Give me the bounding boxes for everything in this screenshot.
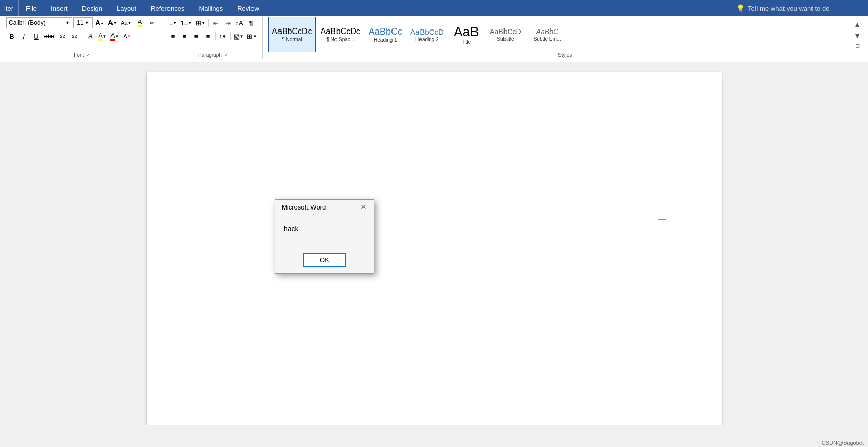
style-subtitle[interactable]: AaBbCcD Subtitle	[485, 17, 526, 52]
styles-more-button[interactable]: ⊟	[854, 42, 861, 50]
modal-message: hack	[284, 225, 299, 233]
format-painter-button[interactable]: ✏	[147, 17, 158, 28]
corner-mark	[658, 210, 666, 220]
modal-close-button[interactable]: ✕	[358, 203, 369, 211]
tab-design[interactable]: Insert	[44, 0, 75, 16]
modal-title: Microsoft Word	[282, 203, 326, 211]
font-color-button[interactable]: A ▼	[109, 31, 120, 42]
divider3	[215, 32, 216, 40]
decrease-font-button[interactable]: A▼	[106, 17, 118, 28]
font-group-label: Font ↗	[74, 52, 90, 59]
change-case-button[interactable]: Aa▼	[119, 17, 133, 28]
font-name-chevron-icon: ▼	[65, 20, 70, 25]
style-h1-preview: AaBbCc	[369, 27, 402, 36]
underline-button[interactable]: U	[31, 31, 42, 42]
style-subtitle-preview: AaBbCcD	[490, 28, 521, 35]
line-spacing-button[interactable]: ↕▼	[217, 31, 229, 42]
style-no-spacing[interactable]: AaBbCcDc ¶ No Spac...	[317, 17, 364, 52]
increase-font-button[interactable]: A▲	[94, 17, 105, 28]
modal-footer: OK	[275, 248, 374, 273]
lightbulb-icon: 💡	[736, 4, 745, 12]
superscript-button[interactable]: x2	[69, 31, 80, 42]
show-hide-button[interactable]: ¶	[245, 17, 257, 28]
numbering-button[interactable]: 1≡▼	[179, 17, 194, 28]
font-name-dropdown[interactable]: Calibri (Body) ▼	[6, 17, 72, 28]
tab-insert[interactable]: File	[19, 0, 44, 16]
style-nospace-preview: AaBbCcDc	[321, 27, 360, 36]
tab-references[interactable]: Layout	[109, 0, 144, 16]
left-label: iter	[2, 0, 19, 16]
sort-button[interactable]: ↕A	[234, 17, 245, 28]
style-subtitle-label: Subtitle	[497, 36, 514, 42]
document-page[interactable]	[147, 72, 722, 425]
style-normal-preview: AaBbCcDc	[272, 27, 312, 36]
status-bar: CSDN@Sugobet	[818, 439, 868, 447]
styles-group-label: Styles	[558, 52, 572, 59]
font-size-dropdown[interactable]: 11 ▼	[73, 17, 93, 28]
align-left-button[interactable]: ≡	[167, 31, 179, 42]
tab-mailings[interactable]: References	[144, 0, 191, 16]
tab-view[interactable]: Review	[230, 0, 266, 16]
align-right-button[interactable]: ≡	[191, 31, 202, 42]
document-area: Microsoft Word ✕ hack OK	[0, 62, 868, 425]
text-highlight-color-button[interactable]: A ▼	[97, 31, 108, 42]
style-subtleem-preview: AaBbC	[536, 28, 558, 35]
tab-layout[interactable]: Design	[75, 0, 109, 16]
style-normal[interactable]: AaBbCcDc ¶ Normal	[268, 17, 316, 52]
style-heading2[interactable]: AaBbCcD Heading 2	[407, 17, 447, 52]
styles-list: AaBbCcDc ¶ Normal AaBbCcDc ¶ No Spac... …	[268, 17, 851, 52]
increase-indent-button[interactable]: ⇥	[222, 17, 233, 28]
modal-ok-button[interactable]: OK	[303, 253, 346, 267]
tab-review[interactable]: Mailings	[192, 0, 231, 16]
style-h2-preview: AaBbCcD	[410, 28, 444, 36]
tell-me-bar[interactable]: 💡	[736, 4, 868, 12]
style-heading1-label: Heading 1	[374, 37, 397, 43]
paragraph-group-label: Paragraph ↗	[198, 52, 228, 59]
font-expand-icon[interactable]: ↗	[86, 53, 90, 57]
modal-dialog: Microsoft Word ✕ hack OK	[275, 199, 374, 274]
decrease-indent-button[interactable]: ⇤	[210, 17, 221, 28]
style-heading1[interactable]: AaBbCc Heading 1	[365, 17, 406, 52]
style-heading2-label: Heading 2	[415, 37, 439, 42]
styles-scroll-down-button[interactable]: ▼	[853, 31, 862, 41]
styles-group: AaBbCcDc ¶ Normal AaBbCcDc ¶ No Spac... …	[264, 17, 866, 59]
bold-button[interactable]: B	[6, 31, 17, 42]
text-highlight-button[interactable]: A	[134, 17, 146, 28]
divider4	[230, 32, 231, 40]
tell-me-input[interactable]	[748, 5, 860, 12]
bullets-button[interactable]: ≡▼	[167, 17, 179, 28]
style-subtle-em[interactable]: AaBbC Subtle Em...	[527, 17, 568, 52]
strikethrough-button[interactable]: abc	[43, 31, 55, 42]
clear-formatting-button[interactable]: A✕	[121, 31, 132, 42]
justify-button[interactable]: ≡	[203, 31, 214, 42]
styles-scroll-up-button[interactable]: ▲	[853, 19, 862, 29]
italic-button[interactable]: I	[18, 31, 30, 42]
style-nospace-label: ¶ No Spac...	[326, 37, 354, 42]
modal-titlebar: Microsoft Word ✕	[275, 200, 374, 214]
text-effects-button[interactable]: A	[85, 31, 96, 42]
ribbon-tabs: File Insert Design Layout References Mai…	[19, 0, 266, 16]
font-size-chevron-icon: ▼	[85, 20, 89, 25]
style-title[interactable]: AaB Title	[449, 17, 484, 52]
borders-button[interactable]: ⊞▼	[245, 31, 258, 42]
style-subtleem-label: Subtle Em...	[534, 36, 561, 42]
divider2	[208, 19, 209, 27]
style-title-label: Title	[462, 39, 471, 45]
multilevel-list-button[interactable]: ⊞▼	[194, 17, 207, 28]
shading-button[interactable]: ▧▼	[232, 31, 245, 42]
font-group: Calibri (Body) ▼ 11 ▼ A▲ A▼ Aa▼ A ✏ B I	[2, 17, 162, 59]
modal-body: hack	[275, 214, 374, 240]
subscript-button[interactable]: x2	[57, 31, 68, 42]
paragraph-group: ≡▼ 1≡▼ ⊞▼ ⇤ ⇥ ↕A ¶ ≡ ≡ ≡ ≡ ↕▼ ▧▼ ⊞▼	[163, 17, 263, 59]
divider1	[82, 32, 82, 40]
style-normal-label: ¶ Normal	[282, 37, 302, 42]
paragraph-expand-icon[interactable]: ↗	[224, 53, 228, 57]
align-center-button[interactable]: ≡	[179, 31, 190, 42]
style-title-preview: AaB	[454, 25, 479, 38]
